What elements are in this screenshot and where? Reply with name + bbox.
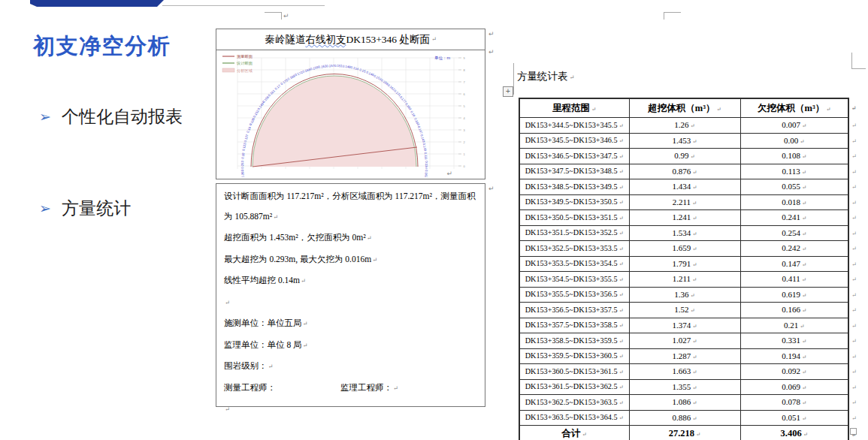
axis-ticks: 9876543210 <box>458 56 466 168</box>
paragraph-mark: ↵ <box>273 214 278 221</box>
bullet-label: 个性化自动报表 <box>62 105 183 128</box>
cell-under-excavation: 0.241↵ <box>740 210 848 226</box>
bullet-item-volume[interactable]: ➢ 方量统计 <box>39 197 131 220</box>
legend-measured-label: 测量断面 <box>237 54 253 59</box>
table-row: DK153+360.5~DK153+361.5↵1.663↵0.092↵↵ <box>519 364 860 380</box>
table-row: DK153+363.5~DK153+364.5↵0.886↵0.051↵↵ <box>519 410 860 426</box>
paragraph-mark: ↵ <box>431 36 437 43</box>
cell-over-excavation: 1.287↵ <box>629 348 740 364</box>
row-end-mark: ↵ <box>848 179 860 195</box>
table-row: DK153+351.5~DK153+352.5↵1.534↵0.254↵↵ <box>519 225 860 241</box>
report-paragraph: 最大超挖为 0.293m, 最大欠挖为 0.016m↵ <box>224 249 477 271</box>
svg-text:3: 3 <box>464 128 466 132</box>
cell-mileage: DK153+360.5~DK153+361.5↵ <box>519 364 629 380</box>
deviation-value-label: 0.293 <box>240 169 245 177</box>
paragraph-mark: ↵ <box>393 385 398 392</box>
deviation-value-label: 0.151 <box>334 64 343 68</box>
table-move-handle-icon[interactable]: + <box>503 86 513 97</box>
deviation-value-label: 0.126 <box>249 117 256 126</box>
report-paragraph: 围岩级别：↵ <box>224 356 477 378</box>
row-end-mark: ↵ <box>848 241 860 257</box>
table-row: DK153+357.5~DK153+358.5↵1.374↵0.21↵↵ <box>519 318 860 333</box>
deviation-value-label: 0.148 <box>343 64 352 68</box>
paragraph-mark: ↵ <box>225 406 230 413</box>
svg-text:5: 5 <box>464 104 466 108</box>
paragraph-mark: ↵ <box>372 257 377 264</box>
report-paragraph: 线性平均超挖 0.14m↵ <box>224 270 477 292</box>
header-under-excavation: 欠挖体积（m³）↵ <box>740 98 848 118</box>
row-end-mark: ↵ <box>848 395 860 411</box>
deviation-value-label: 0.253 <box>240 160 244 168</box>
row-end-mark: ↵ <box>848 410 860 426</box>
crop-mark <box>513 63 514 95</box>
header-over-excavation: 超挖体积（m³）↵ <box>629 98 740 118</box>
bullet-item-reports[interactable]: ➢ 个性化自动报表 <box>39 105 183 128</box>
row-end-mark: ↵ <box>848 256 860 272</box>
legend-area-swatch <box>222 68 234 72</box>
deviation-value-label: 0.19 <box>240 152 245 159</box>
total-under: 3.406↵ <box>740 426 848 440</box>
stats-table-title: 方量统计表↵ <box>517 70 574 83</box>
deviation-value-label: 0.134 <box>425 161 428 169</box>
slide-accent-bar <box>30 0 164 7</box>
cell-over-excavation: 1.26↵ <box>629 118 740 134</box>
page-title[interactable]: 初支净空分析 <box>33 32 171 62</box>
deviation-value-label: 0.157 <box>326 64 335 68</box>
legend-design-label: 设计断面 <box>236 61 253 66</box>
cell-mileage: DK153+361.5~DK153+362.5↵ <box>519 379 629 395</box>
cell-over-excavation: 1.453↵ <box>629 133 740 149</box>
header-mileage: 里程范围↵ <box>519 98 629 118</box>
cell-under-excavation: 0.108↵ <box>740 149 848 164</box>
deviation-value-label: 0.169 <box>404 102 413 111</box>
table-row: DK153+355.5~DK153+356.5↵1.36↵0.619↵↵ <box>519 287 860 303</box>
row-end-mark: ↵ <box>848 318 860 333</box>
crop-mark <box>664 12 681 13</box>
table-row: DK153+349.5~DK153+350.5↵2.211↵0.018↵↵ <box>519 194 860 210</box>
svg-text:1: 1 <box>464 152 466 156</box>
cell-under-excavation: 0.331↵ <box>740 333 848 349</box>
legend-area-label: 分析区域 <box>237 68 253 73</box>
cell-mileage: DK153+354.5~DK153+355.5↵ <box>519 272 629 288</box>
cell-mileage: DK153+357.5~DK153+358.5↵ <box>519 318 629 333</box>
row-end-mark: ↵ <box>848 287 860 303</box>
deviation-value-label: 0.137 <box>243 134 250 143</box>
report-paragraph: ↵ <box>224 292 477 314</box>
svg-text:8: 8 <box>464 68 466 72</box>
cell-mileage: DK153+359.5~DK153+360.5↵ <box>519 348 629 364</box>
cell-mileage: DK153+356.5~DK153+357.5↵ <box>519 303 629 318</box>
cell-over-excavation: 1.52↵ <box>629 303 740 318</box>
cell-over-excavation: 1.36↵ <box>629 287 740 303</box>
report-paragraph: 测量工程师：监理工程师：↵ <box>224 378 477 399</box>
total-label: 合计↵ <box>519 426 629 440</box>
report-paragraph: 监理单位：单位 8 局↵ <box>224 335 477 357</box>
report-paragraph: 设计断面面积为 117.217m²，分析区域面积为 117.217m²，测量面积… <box>224 186 477 228</box>
cell-mileage: DK153+348.5~DK153+349.5↵ <box>519 179 629 195</box>
deviation-value-label: 0.111 <box>424 152 428 160</box>
table-resize-handle[interactable] <box>850 428 857 435</box>
paragraph-mark: ↵ <box>268 363 274 370</box>
paragraph-mark: ↵ <box>488 30 494 38</box>
paragraph-mark: ↵ <box>488 48 494 56</box>
deviation-value-label: 0.149 <box>422 143 428 152</box>
cell-under-excavation: 0.007↵ <box>740 118 848 134</box>
stats-title-text: 方量统计表 <box>517 71 568 82</box>
total-over: 27.218↵ <box>629 426 740 440</box>
table-row: DK153+345.5~DK153+346.5↵1.453↵0.00↵↵ <box>519 133 860 149</box>
deviation-value-label: 0.163 <box>318 64 327 68</box>
table-row: DK153+361.5~DK153+362.5↵1.355↵0.069↵↵ <box>519 379 860 395</box>
cell-mileage: DK153+351.5~DK153+352.5↵ <box>519 225 629 241</box>
svg-text:2: 2 <box>464 140 466 144</box>
table-row: DK153+353.5~DK153+354.5↵1.791↵0.147↵↵ <box>519 256 860 272</box>
paragraph-mark: ↵ <box>488 185 494 192</box>
cell-mileage: DK153+355.5~DK153+356.5↵ <box>519 287 629 303</box>
svg-text:4: 4 <box>464 116 466 120</box>
cell-over-excavation: 1.241↵ <box>629 210 740 226</box>
cell-over-excavation: 1.355↵ <box>629 379 740 395</box>
chart-title-text: 秦岭隧道 <box>265 33 305 47</box>
cell-mileage: DK153+362.5~DK153+363.5↵ <box>519 395 629 411</box>
cell-under-excavation: 0.055↵ <box>740 179 848 195</box>
deviation-value-label: 0.161 <box>268 89 277 97</box>
paragraph-mark: ↵ <box>303 342 308 349</box>
table-row: DK153+347.5~DK153+348.5↵0.876↵0.113↵↵ <box>519 164 860 179</box>
cell-mileage: DK153+344.5~DK153+345.5↵ <box>519 118 629 134</box>
